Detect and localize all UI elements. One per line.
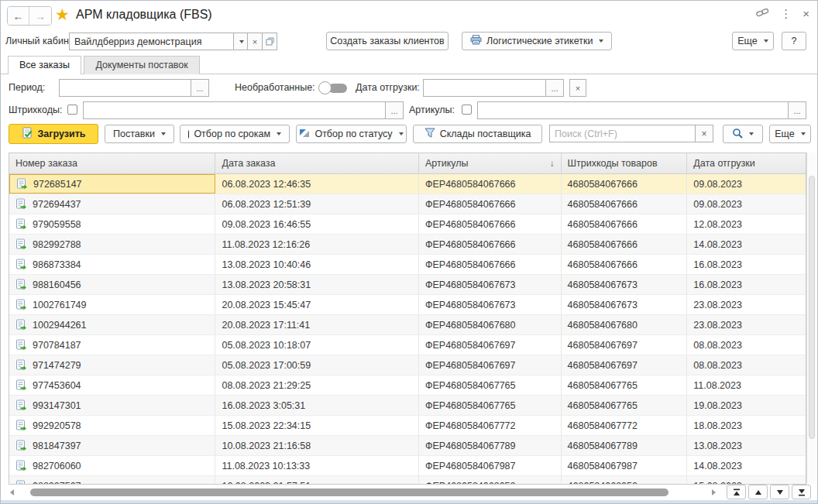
ship-date-ellipsis-button[interactable]: ... xyxy=(545,79,564,97)
cell-article: ФЕР4680584067697 xyxy=(419,335,562,355)
column-header-ship-date[interactable]: Дата отгрузки xyxy=(687,153,806,173)
cell-barcode: 4680584068052 xyxy=(562,476,688,484)
period-ellipsis-button[interactable]: ... xyxy=(191,79,209,97)
tab-all-orders[interactable]: Все заказы xyxy=(8,56,81,74)
terms-filter-button[interactable]: Отбор по срокам xyxy=(180,125,290,143)
articles-checkbox[interactable] xyxy=(462,105,472,115)
status-flags-icon xyxy=(299,129,310,140)
go-last-row-button[interactable] xyxy=(792,485,811,499)
articles-field: ... xyxy=(477,101,806,119)
status-filter-label: Отбор по статусу xyxy=(314,129,392,139)
table-row[interactable]: 97269443706.08.2023 12:51:39ФЕР468058406… xyxy=(9,194,806,214)
unprocessed-toggle[interactable] xyxy=(318,81,348,94)
column-header-barcodes[interactable]: Штрихкоды товаров xyxy=(562,153,688,173)
supplies-label: Поставки xyxy=(113,129,155,139)
table-row[interactable]: 97268514706.08.2023 12:46:35ФЕР468058406… xyxy=(9,174,806,194)
forward-button[interactable]: → xyxy=(29,7,51,25)
load-button[interactable]: Загрузить xyxy=(9,124,98,144)
supplies-button[interactable]: Поставки xyxy=(105,125,174,143)
cell-number: 992920578 xyxy=(9,416,215,435)
back-button[interactable]: ← xyxy=(8,7,29,25)
cell-ship-date: 16.08.2023 xyxy=(687,275,806,294)
column-header-order-date[interactable]: Дата заказа xyxy=(215,153,418,173)
account-combobox: × xyxy=(69,33,277,50)
articles-ellipsis-button[interactable]: ... xyxy=(788,101,806,119)
supplier-warehouses-button[interactable]: Склады поставщика xyxy=(413,125,542,143)
vertical-scrollbar[interactable] xyxy=(806,153,816,484)
ship-date-clear-button[interactable]: × xyxy=(569,79,586,97)
ship-date-input[interactable] xyxy=(423,79,545,97)
table-row[interactable]: 98816045613.08.2023 20:58:31ФЕР468058406… xyxy=(9,275,806,295)
more-label: Еще xyxy=(737,36,757,46)
cell-article: ФЕР4680584067987 xyxy=(419,456,562,475)
kebab-menu-icon[interactable]: ⋮ xyxy=(780,8,792,19)
column-header-order-number[interactable]: Номер заказа xyxy=(9,153,215,173)
account-input[interactable] xyxy=(69,33,233,50)
period-input[interactable] xyxy=(59,79,191,97)
table-row[interactable]: 98687338413.08.2023 10:40:46ФЕР468058406… xyxy=(9,255,806,275)
cell-article: ФЕР4680584067666 xyxy=(419,214,562,234)
table-row[interactable]: 97078418705.08.2023 10:18:07ФЕР468058406… xyxy=(9,335,806,355)
table-body: 97268514706.08.2023 12:46:35ФЕР468058406… xyxy=(9,174,806,484)
row-down-button[interactable] xyxy=(770,485,789,499)
more-button-top[interactable]: Еще xyxy=(732,32,774,50)
cell-article: ФЕР4680584067666 xyxy=(419,174,562,194)
get-link-icon[interactable] xyxy=(756,7,769,19)
barcodes-input[interactable] xyxy=(83,101,385,119)
favorite-star-icon[interactable]: ★ xyxy=(55,5,70,24)
account-dropdown-button[interactable] xyxy=(233,33,248,50)
more-button-toolbar[interactable]: Еще xyxy=(769,125,811,143)
document-icon xyxy=(15,259,27,270)
scroll-left-arrow-icon[interactable] xyxy=(10,489,14,495)
search-button[interactable] xyxy=(723,125,763,143)
cell-article: ФЕР4680584067666 xyxy=(419,194,562,214)
vertical-scroll-thumb[interactable] xyxy=(809,176,815,439)
table-row[interactable]: 97147427905.08.2023 17:00:59ФЕР468058406… xyxy=(9,355,806,375)
horizontal-scroll-thumb[interactable] xyxy=(30,489,668,496)
document-icon xyxy=(15,440,27,451)
search-input[interactable] xyxy=(549,125,695,142)
cell-date: 12.08.2023 21:57:51 xyxy=(215,476,418,484)
table-row[interactable]: 98822750712.08.2023 21:57:51ФЕР468058406… xyxy=(9,476,806,484)
account-clear-button[interactable]: × xyxy=(248,33,263,50)
cell-article: ФЕР4680584067789 xyxy=(419,436,562,455)
cell-barcode: 4680584067666 xyxy=(562,194,688,214)
row-up-button[interactable] xyxy=(748,485,768,499)
table-row[interactable]: 99292057815.08.2023 22:34:15ФЕР468058406… xyxy=(9,416,806,436)
sort-down-icon: ↓ xyxy=(550,158,555,169)
table-row[interactable]: 100294426120.08.2023 17:11:41ФЕР46805840… xyxy=(9,315,806,335)
cell-number: 970784187 xyxy=(9,335,215,355)
tab-supply-documents[interactable]: Документы поставок xyxy=(84,56,199,74)
help-button[interactable]: ? xyxy=(782,32,806,50)
go-first-row-button[interactable] xyxy=(727,485,746,499)
scroll-right-arrow-icon[interactable] xyxy=(712,489,716,495)
cell-ship-date: 09.08.2023 xyxy=(687,174,806,194)
table-row[interactable]: 98184739710.08.2023 21:16:58ФЕР468058406… xyxy=(9,436,806,456)
cell-date: 10.08.2023 21:16:58 xyxy=(215,436,418,455)
cell-number: 1002944261 xyxy=(9,315,215,334)
cell-number: 979059558 xyxy=(9,214,215,234)
create-client-orders-button[interactable]: Создать заказы клиентов xyxy=(326,32,449,50)
status-filter-button[interactable]: Отбор по статусу xyxy=(296,125,407,143)
caret-down-icon xyxy=(161,132,166,135)
table-row[interactable]: 97905955809.08.2023 16:46:55ФЕР468058406… xyxy=(9,214,806,235)
close-icon[interactable]: × xyxy=(803,8,809,19)
table-row[interactable]: 99314730116.08.2023 3:05:31ФЕР4680584067… xyxy=(9,396,806,416)
cell-barcode: 4680584067987 xyxy=(562,456,688,475)
table-row[interactable]: 98270606011.08.2023 10:13:33ФЕР468058406… xyxy=(9,456,806,476)
logistic-labels-button[interactable]: Логистические этикетки xyxy=(462,32,612,50)
cell-article: ФЕР4680584067666 xyxy=(419,255,562,274)
cell-article: ФЕР4680584067765 xyxy=(419,396,562,415)
barcodes-ellipsis-button[interactable]: ... xyxy=(385,101,404,119)
terms-filter-label: Отбор по срокам xyxy=(194,129,270,139)
magnifier-icon xyxy=(732,128,743,141)
column-header-articles[interactable]: Артикулы ↓ xyxy=(419,153,562,173)
barcodes-checkbox[interactable] xyxy=(67,105,77,115)
account-open-button[interactable] xyxy=(263,33,277,50)
articles-input[interactable] xyxy=(477,101,788,119)
table-row[interactable]: 98299278811.08.2023 12:16:26ФЕР468058406… xyxy=(9,235,806,255)
table-row[interactable]: 100276174920.08.2023 15:45:47ФЕР46805840… xyxy=(9,295,806,315)
table-row[interactable]: 97745360408.08.2023 21:29:25ФЕР468058406… xyxy=(9,375,806,396)
search-clear-button[interactable]: × xyxy=(695,125,713,142)
cell-ship-date: 12.08.2023 xyxy=(687,214,806,234)
